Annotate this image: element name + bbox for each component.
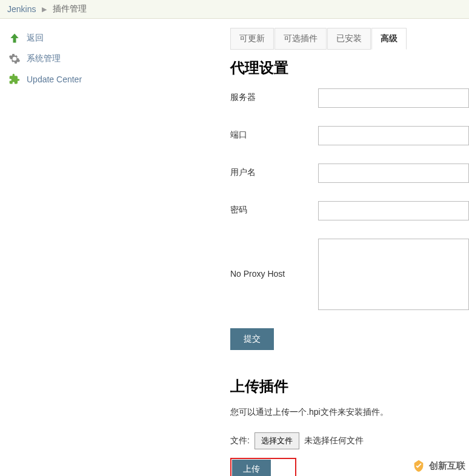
submit-button[interactable]: 提交 (230, 328, 274, 350)
port-input[interactable] (318, 126, 469, 145)
sidebar-item-label: 系统管理 (27, 53, 61, 64)
sidebar-item-label: Update Center (27, 74, 82, 84)
breadcrumb-root[interactable]: Jenkins (7, 4, 36, 14)
tab-installed[interactable]: 已安装 (327, 28, 371, 50)
upload-highlight-box: 上传 (230, 458, 296, 476)
noproxy-label: No Proxy Host (230, 239, 318, 279)
arrow-up-icon (8, 32, 21, 44)
tab-available[interactable]: 可选插件 (274, 28, 327, 50)
sidebar: 返回 系统管理 Update Center (0, 19, 230, 476)
tab-advanced[interactable]: 高级 (371, 28, 407, 50)
file-label: 文件: (230, 435, 250, 446)
sidebar-item-back[interactable]: 返回 (0, 28, 230, 48)
watermark: 创新互联 (412, 459, 465, 472)
main-content: 可更新 可选插件 已安装 高级 代理设置 服务器 端口 用户名 密码 No Pr… (230, 19, 469, 476)
file-status: 未选择任何文件 (304, 435, 364, 446)
tabs: 可更新 可选插件 已安装 高级 (230, 28, 469, 50)
upload-heading: 上传插件 (230, 377, 469, 396)
server-label: 服务器 (230, 88, 318, 103)
password-input[interactable] (318, 201, 469, 220)
noproxy-input[interactable] (318, 239, 469, 310)
user-label: 用户名 (230, 164, 318, 178)
breadcrumb-separator: ▶ (42, 5, 47, 13)
choose-file-button[interactable]: 选择文件 (254, 432, 299, 449)
port-label: 端口 (230, 126, 318, 140)
puzzle-icon (8, 73, 21, 85)
watermark-text: 创新互联 (429, 460, 465, 472)
watermark-icon (412, 459, 425, 472)
sidebar-item-update-center[interactable]: Update Center (0, 69, 230, 90)
sidebar-item-label: 返回 (27, 33, 44, 44)
gear-icon (8, 53, 21, 65)
breadcrumb-current: 插件管理 (53, 4, 87, 15)
sidebar-item-manage[interactable]: 系统管理 (0, 48, 230, 69)
username-input[interactable] (318, 164, 469, 183)
tab-updates[interactable]: 可更新 (230, 28, 274, 50)
server-input[interactable] (318, 88, 469, 108)
upload-description: 您可以通过上传一个.hpi文件来安装插件。 (230, 407, 469, 418)
password-label: 密码 (230, 201, 318, 216)
proxy-heading: 代理设置 (230, 58, 469, 78)
upload-button[interactable]: 上传 (232, 460, 271, 476)
breadcrumb: Jenkins ▶ 插件管理 (0, 0, 469, 19)
